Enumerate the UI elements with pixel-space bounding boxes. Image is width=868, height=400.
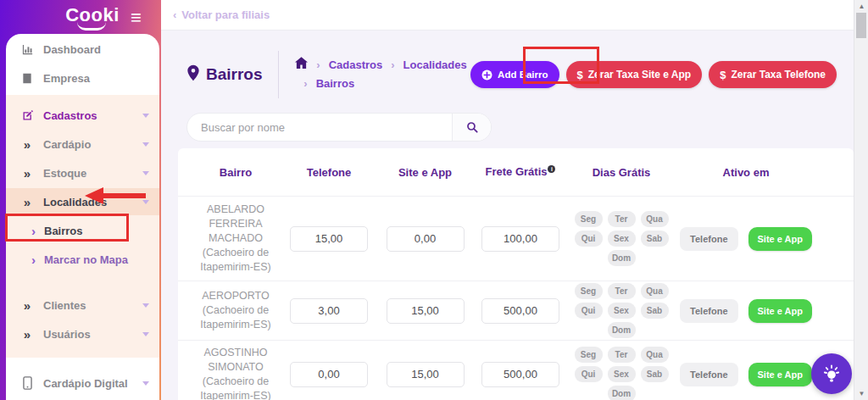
day-pill-ter[interactable]: Ter <box>608 283 636 299</box>
dollar-icon: $ <box>577 69 583 81</box>
chevron-down-icon <box>142 200 149 204</box>
scroll-up-icon[interactable]: ▲ <box>854 3 868 10</box>
day-pill-qua[interactable]: Qua <box>641 347 669 363</box>
telefone-input[interactable] <box>290 298 368 324</box>
ativo-site-app-pill[interactable]: Site e App <box>748 227 812 251</box>
bairros-table: Bairro Telefone Site e App Frete Grátisi… <box>178 148 854 400</box>
page-header: Bairros › Cadastros › Localidades › Bair… <box>186 42 837 107</box>
sidebar-item-bairros[interactable]: ›Bairros <box>6 217 159 244</box>
sidebar-item-usuarios[interactable]: »Usuários <box>6 320 159 347</box>
vertical-scrollbar[interactable]: ▲ ▼ <box>854 0 868 400</box>
chevrons-icon: » <box>19 166 35 181</box>
day-pill-qua[interactable]: Qua <box>641 283 669 299</box>
hamburger-menu-icon[interactable]: ≡ <box>131 8 149 27</box>
chevrons-icon: » <box>19 327 35 342</box>
ativo-telefone-pill[interactable]: Telefone <box>680 299 737 323</box>
sidebar-item-label: Clientes <box>43 299 86 312</box>
day-pill-seg[interactable]: Seg <box>575 347 603 363</box>
day-pill-sab[interactable]: Sab <box>641 303 669 319</box>
breadcrumb-cadastros[interactable]: Cadastros <box>329 56 383 75</box>
help-lightbulb-fab[interactable] <box>811 353 852 394</box>
sidebar-item-marcar-no-mapa[interactable]: ›Marcar no Mapa <box>6 246 159 273</box>
day-pill-qui[interactable]: Qui <box>575 366 603 382</box>
day-pill-ter[interactable]: Ter <box>608 211 636 227</box>
zerar-taxa-telefone-button[interactable]: $ Zerar Taxa Telefone <box>709 61 837 88</box>
day-pill-dom[interactable]: Dom <box>608 386 636 400</box>
search-button[interactable] <box>452 114 491 141</box>
ativo-site-app-pill[interactable]: Site e App <box>748 299 812 323</box>
sidebar-item-label: Empresa <box>43 72 90 85</box>
action-buttons: Add Bairro $ Zerar Taxa Site e App $ Zer… <box>470 61 837 88</box>
edit-icon <box>19 109 35 122</box>
day-pill-dom[interactable]: Dom <box>608 322 636 338</box>
telefone-input[interactable] <box>290 226 368 252</box>
day-pill-sex[interactable]: Sex <box>608 366 636 382</box>
table-row: AEROPORTO(Cachoeiro de Itapemirim-ES)Seg… <box>178 281 854 340</box>
sidebar-item-localidades[interactable]: »Localidades <box>6 188 159 215</box>
header-divider <box>278 51 279 98</box>
day-pill-qui[interactable]: Qui <box>575 303 603 319</box>
frete-gratis-cell <box>474 226 567 252</box>
sidebar-item-clientes[interactable]: »Clientes <box>6 292 159 319</box>
day-pill-ter[interactable]: Ter <box>608 347 636 363</box>
sidebar-menu-panel: DashboardEmpresa Cadastros»Cardápio»Esto… <box>6 34 159 400</box>
frete-gratis-input[interactable] <box>481 226 559 252</box>
bairro-name: ABELARDO FERREIRA MACHADO(Cachoeiro de I… <box>190 197 281 279</box>
day-pill-dom[interactable]: Dom <box>608 250 636 266</box>
frete-gratis-cell <box>474 362 567 387</box>
menu-section-top: DashboardEmpresa <box>6 36 159 92</box>
day-pill-seg[interactable]: Seg <box>575 211 603 227</box>
sidebar-item-estoque[interactable]: »Estoque <box>6 159 159 186</box>
zerar-taxa-site-app-button[interactable]: $ Zerar Taxa Site e App <box>566 61 703 88</box>
ativo-telefone-pill[interactable]: Telefone <box>680 363 737 386</box>
breadcrumb-localidades[interactable]: Localidades <box>403 56 467 75</box>
brand-header: Cooki ≡ <box>0 0 161 36</box>
breadcrumb-separator: › <box>316 56 320 75</box>
chevrons-icon: » <box>19 137 35 152</box>
sidebar-item-dashboard[interactable]: Dashboard <box>6 36 159 63</box>
scrollbar-thumb[interactable] <box>856 13 866 38</box>
day-pill-seg[interactable]: Seg <box>575 283 603 299</box>
site-app-input[interactable] <box>387 226 465 252</box>
chevron-down-icon <box>142 114 149 118</box>
info-icon[interactable]: i <box>548 165 555 173</box>
map-pin-icon <box>186 64 200 85</box>
chevrons-icon: » <box>19 195 35 209</box>
sidebar-item-cadastros[interactable]: Cadastros <box>6 102 159 129</box>
day-pill-sab[interactable]: Sab <box>641 231 669 247</box>
phone-icon <box>19 376 35 390</box>
frete-gratis-input[interactable] <box>481 362 559 387</box>
sidebar-item-label: Cardápio Digital <box>43 377 128 390</box>
chevron-down-icon <box>142 171 149 175</box>
sidebar-item-cardapio-digital[interactable]: Cardápio Digital <box>6 369 159 397</box>
frete-gratis-input[interactable] <box>481 298 559 324</box>
site-app-input[interactable] <box>387 362 465 387</box>
scroll-down-icon[interactable]: ▼ <box>854 390 868 397</box>
add-bairro-button[interactable]: Add Bairro <box>470 61 559 88</box>
page-content: Bairros › Cadastros › Localidades › Bair… <box>161 31 854 400</box>
chart-icon <box>19 43 35 56</box>
sidebar-item-empresa[interactable]: Empresa <box>6 64 159 92</box>
day-pill-qua[interactable]: Qua <box>641 211 669 227</box>
dias-gratis-pills: SegTerQuaQuiSexSabDom <box>567 209 676 268</box>
dias-gratis-pills: SegTerQuaQuiSexSabDom <box>567 281 676 340</box>
breadcrumb-bairros[interactable]: Bairros <box>316 75 355 93</box>
day-pill-sex[interactable]: Sex <box>608 231 636 247</box>
ativo-telefone-pill[interactable]: Telefone <box>680 227 737 251</box>
home-icon[interactable] <box>295 56 308 75</box>
site-app-input[interactable] <box>387 298 465 324</box>
day-pill-sab[interactable]: Sab <box>641 366 669 382</box>
search-input[interactable] <box>187 114 452 141</box>
col-bairro: Bairro <box>190 166 281 179</box>
day-pill-sex[interactable]: Sex <box>608 303 636 319</box>
sidebar-item-cardapio[interactable]: »Cardápio <box>6 131 159 158</box>
back-to-filiais-link[interactable]: ‹Voltar para filiais <box>173 8 270 21</box>
day-pill-qui[interactable]: Qui <box>575 231 603 247</box>
menu-section-cadastros: Cadastros»Cardápio»Estoque»Localidades›B… <box>6 95 159 358</box>
telefone-input[interactable] <box>290 362 368 387</box>
chevron-down-icon <box>142 142 149 147</box>
ativo-site-app-pill[interactable]: Site e App <box>748 363 812 386</box>
table-row: AGOSTINHO SIMONATO(Cachoeiro de Itapemir… <box>178 340 854 400</box>
ativo-em-cell: TelefoneSite e App <box>676 363 816 386</box>
site-app-cell <box>376 298 474 324</box>
